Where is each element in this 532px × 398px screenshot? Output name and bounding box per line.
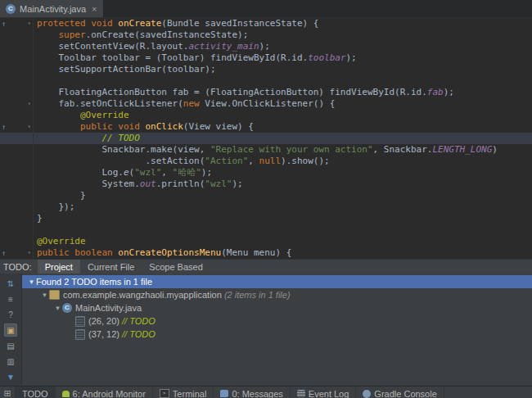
code-editor[interactable]: ↑▾protected void onCreate(Bundle savedIn… (0, 18, 532, 259)
fold-marker-icon[interactable]: ▾ (27, 98, 31, 110)
editor-tab-bar: C MainActivity.java × (0, 0, 532, 18)
recently-viewed-icon[interactable]: ⇅ (4, 277, 17, 290)
code-text: System.out.println("wzl"); (34, 179, 243, 190)
fold-marker-icon[interactable]: ▾ (27, 18, 31, 29)
code-line[interactable]: super.onCreate(savedInstanceState); (0, 29, 532, 41)
status-item-gradle-console[interactable]: Gradle Console (356, 387, 444, 398)
todo-tree-row[interactable]: ▼Found 2 TODO items in 1 file (22, 275, 532, 288)
code-text: fab.setOnClickListener(new View.OnClickL… (34, 98, 335, 110)
todo-tab-project[interactable]: Project (38, 260, 80, 274)
filter-todo-icon[interactable]: ▼ (4, 370, 17, 383)
code-line[interactable]: } (0, 213, 532, 224)
todo-tree-row[interactable]: (37, 12) // TODO (22, 328, 532, 341)
override-marker-icon[interactable]: ↑ (2, 121, 6, 133)
terminal-icon: > (160, 389, 169, 398)
status-item-label: Gradle Console (374, 389, 436, 398)
code-line[interactable]: Snackbar.make(view, "Replace with your o… (0, 144, 532, 156)
code-line[interactable]: } (0, 190, 532, 201)
override-marker-icon[interactable]: ↑ (2, 18, 6, 29)
code-text: setSupportActionBar(toolbar); (34, 64, 216, 75)
code-line[interactable]: ↑▾ public void onClick(View view) { (0, 121, 532, 133)
todo-tree-row[interactable]: ▼com.example.wangzhaoli.myapplication (2… (22, 288, 532, 301)
editor-tab-title: MainActivity.java (20, 4, 86, 14)
code-line[interactable] (0, 224, 532, 236)
code-line[interactable]: // TODO (0, 133, 532, 144)
gutter (0, 190, 34, 201)
editor-tab-mainactivity[interactable]: C MainActivity.java × (0, 0, 104, 17)
todo-tree-row[interactable]: (26, 20) // TODO (22, 314, 532, 328)
code-text: @Override (34, 236, 86, 247)
group-by-modules-icon[interactable]: ▣ (4, 323, 17, 337)
code-line[interactable]: ↑▾protected void onCreate(Bundle savedIn… (0, 18, 532, 29)
code-text (34, 75, 37, 87)
todo-panel-body: ⇅≡?▣▤▥▼ ▼Found 2 TODO items in 1 file▼co… (0, 274, 532, 386)
gutter (0, 201, 34, 213)
gutter: ↑▾ (0, 121, 34, 133)
preview-icon[interactable]: ▥ (4, 355, 17, 368)
code-text: // TODO (34, 133, 140, 144)
tree-expand-icon[interactable]: ▼ (40, 292, 49, 299)
gutter (0, 29, 34, 41)
code-line[interactable]: Toolbar toolbar = (Toolbar) findViewById… (0, 52, 532, 64)
todo-panel-header: TODO: ProjectCurrent FileScope Based (0, 259, 532, 274)
todo-item-icon (75, 329, 85, 340)
code-line[interactable]: setContentView(R.layout.activity_main); (0, 41, 532, 52)
sort-icon[interactable]: ≡ (4, 292, 17, 305)
code-line[interactable]: Log.e("wzl", "哈哈"); (0, 167, 532, 179)
gutter (0, 52, 34, 64)
help-icon[interactable]: ? (4, 308, 17, 321)
tree-label: MainActivity.java (75, 303, 142, 313)
code-text: } (34, 213, 43, 224)
toolwindow-switcher-icon[interactable]: ⊞ (0, 387, 16, 398)
todo-tab-scope-based[interactable]: Scope Based (142, 260, 210, 274)
tree-expand-icon[interactable]: ▼ (27, 278, 36, 286)
status-item-event-log[interactable]: Event Log (291, 387, 357, 398)
status-item-label: Terminal (173, 389, 207, 398)
flatten-view-icon[interactable]: ▤ (4, 339, 17, 352)
tree-expand-icon[interactable]: ▼ (53, 305, 62, 312)
code-text: }); (34, 201, 74, 213)
tree-label: (26, 20) (88, 316, 122, 326)
gutter (0, 41, 34, 52)
code-line[interactable]: FloatingActionButton fab = (FloatingActi… (0, 87, 532, 98)
gutter (0, 110, 34, 121)
code-line[interactable]: setSupportActionBar(toolbar); (0, 64, 532, 75)
code-line[interactable]: @Override (0, 236, 532, 247)
gutter (0, 167, 34, 179)
code-text: @Override (34, 110, 129, 121)
fold-marker-icon[interactable]: ▾ (27, 121, 31, 133)
code-text: Toolbar toolbar = (Toolbar) findViewById… (34, 52, 357, 64)
code-text: public void onClick(View view) { (34, 121, 254, 133)
status-item-6-android-monitor[interactable]: 6: Android Monitor (56, 387, 153, 398)
gradle-icon (363, 390, 371, 398)
close-tab-icon[interactable]: × (92, 4, 97, 14)
todo-tree-row[interactable]: ▼CMainActivity.java (22, 301, 532, 314)
status-item-label: Event Log (309, 389, 349, 398)
status-item-terminal[interactable]: >Terminal (153, 387, 214, 398)
status-item-todo[interactable]: TODO (16, 387, 56, 398)
code-line[interactable]: System.out.println("wzl"); (0, 179, 532, 190)
gutter (0, 133, 34, 144)
gutter (0, 213, 34, 224)
gutter (0, 224, 34, 236)
tree-label: Found 2 TODO items in 1 file (36, 277, 152, 287)
code-text: Log.e("wzl", "哈哈"); (34, 167, 212, 179)
status-bar-items: TODO6: Android Monitor>Terminal0: Messag… (16, 387, 444, 398)
fold-marker-icon[interactable]: ▾ (27, 247, 31, 259)
status-item-0-messages[interactable]: 0: Messages (214, 387, 290, 398)
code-line[interactable]: @Override (0, 110, 532, 121)
code-line[interactable]: ▾ fab.setOnClickListener(new View.OnClic… (0, 98, 532, 110)
todo-tab-current-file[interactable]: Current File (80, 260, 142, 274)
code-text: setContentView(R.layout.activity_main); (34, 41, 270, 52)
editor-lines: ↑▾protected void onCreate(Bundle savedIn… (0, 18, 532, 259)
code-line[interactable]: ↑▾public boolean onCreateOptionsMenu(Men… (0, 247, 532, 259)
code-line[interactable]: }); (0, 201, 532, 213)
todo-item-icon (75, 316, 85, 327)
code-line[interactable] (0, 75, 532, 87)
tree-label: // TODO (122, 329, 156, 339)
code-text: super.onCreate(savedInstanceState); (34, 29, 248, 41)
code-line[interactable]: .setAction("Action", null).show(); (0, 156, 532, 167)
override-marker-icon[interactable]: ↑ (2, 247, 6, 259)
gutter (0, 75, 34, 87)
code-text: Snackbar.make(view, "Replace with your o… (34, 144, 498, 156)
